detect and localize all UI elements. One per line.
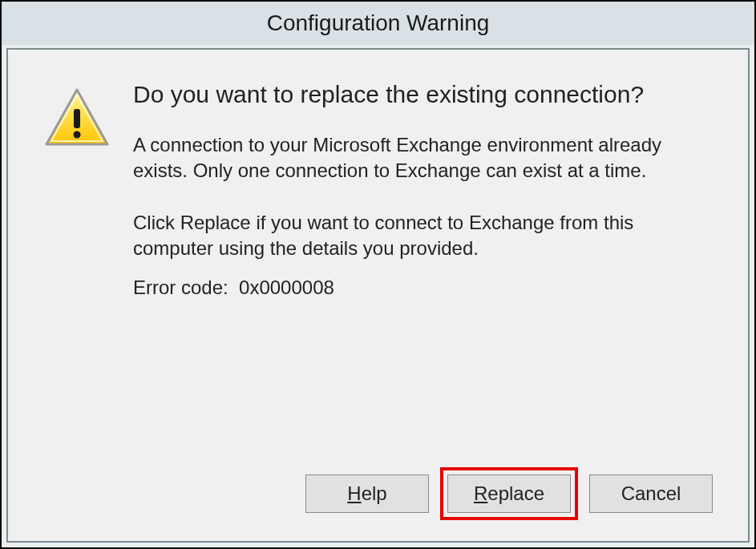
cancel-button[interactable]: Cancel [589,474,713,513]
text-column: Do you want to replace the existing conn… [133,79,713,299]
message-row: Do you want to replace the existing conn… [43,79,713,299]
button-row: Help Replace Cancel [43,467,713,522]
svg-point-3 [74,131,81,139]
help-button[interactable]: Help [305,474,429,513]
replace-highlight: Replace [440,467,578,520]
main-instruction: Do you want to replace the existing conn… [133,79,713,110]
svg-rect-2 [74,109,80,128]
body-paragraph-1: A connection to your Microsoft Exchange … [133,132,713,184]
body-paragraph-2: Click Replace if you want to connect to … [133,210,713,262]
cancel-button-text: Cancel [621,482,681,505]
help-button-accel: H [347,482,361,504]
dialog-title: Configuration Warning [267,10,490,36]
replace-button[interactable]: Replace [447,474,571,513]
spacer [43,299,713,467]
help-button-text: elp [362,482,387,504]
dialog-window: Configuration Warning [0,0,756,549]
dialog-content: Do you want to replace the existing conn… [6,48,750,543]
error-code: 0x0000008 [239,277,334,298]
error-label: Error code: [133,277,228,298]
icon-column [43,79,111,152]
dialog-titlebar: Configuration Warning [2,2,754,45]
warning-icon [43,87,111,149]
error-code-line: Error code: 0x0000008 [133,277,713,299]
replace-button-text: eplace [487,482,544,504]
replace-button-accel: R [474,482,487,504]
